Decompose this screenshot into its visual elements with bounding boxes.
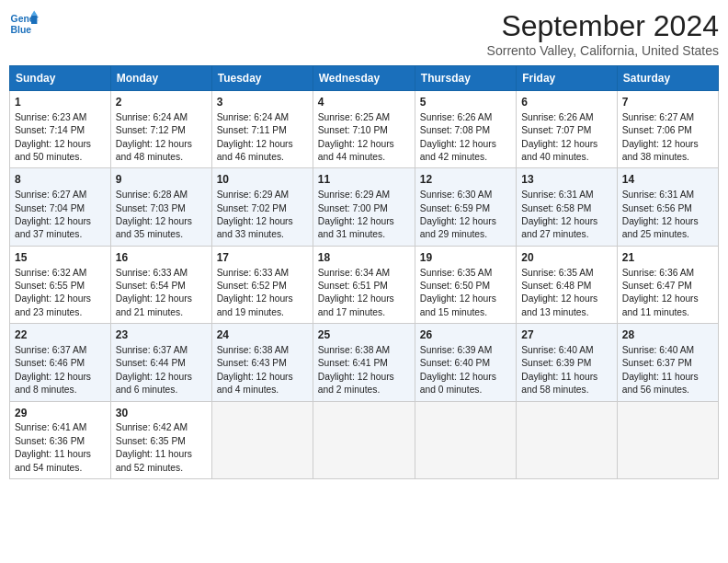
calendar-cell: 21Sunrise: 6:36 AMSunset: 6:47 PMDayligh… — [617, 246, 718, 323]
sunrise-text: Sunrise: 6:23 AM — [15, 112, 86, 122]
day-header-saturday: Saturday — [617, 66, 718, 91]
header-row: SundayMondayTuesdayWednesdayThursdayFrid… — [10, 66, 719, 91]
calendar-cell: 11Sunrise: 6:29 AMSunset: 7:00 PMDayligh… — [313, 168, 415, 246]
daylight-text: Daylight: 12 hours and 21 minutes. — [116, 293, 192, 316]
calendar-cell: 7Sunrise: 6:27 AMSunset: 7:06 PMDaylight… — [617, 91, 718, 168]
calendar-cell: 29Sunrise: 6:41 AMSunset: 6:36 PMDayligh… — [10, 401, 111, 478]
day-header-sunday: Sunday — [10, 66, 111, 91]
week-row-2: 8Sunrise: 6:27 AMSunset: 7:04 PMDaylight… — [10, 168, 719, 246]
day-number: 24 — [217, 327, 308, 343]
calendar-cell: 26Sunrise: 6:39 AMSunset: 6:40 PMDayligh… — [415, 324, 516, 401]
sunrise-text: Sunrise: 6:41 AM — [15, 422, 86, 432]
svg-text:Blue: Blue — [11, 25, 32, 35]
sunrise-text: Sunrise: 6:36 AM — [622, 268, 694, 278]
daylight-text: Daylight: 12 hours and 17 minutes. — [318, 293, 394, 316]
daylight-text: Daylight: 12 hours and 11 minutes. — [622, 293, 699, 316]
sunrise-text: Sunrise: 6:29 AM — [318, 190, 390, 200]
daylight-text: Daylight: 12 hours and 48 minutes. — [116, 139, 192, 162]
calendar-cell: 1Sunrise: 6:23 AMSunset: 7:14 PMDaylight… — [10, 91, 111, 168]
week-row-5: 29Sunrise: 6:41 AMSunset: 6:36 PMDayligh… — [10, 401, 719, 478]
day-number: 11 — [318, 172, 410, 188]
sunset-text: Sunset: 7:10 PM — [318, 125, 388, 135]
calendar-cell: 5Sunrise: 6:26 AMSunset: 7:08 PMDaylight… — [415, 91, 516, 168]
sunrise-text: Sunrise: 6:31 AM — [521, 190, 593, 200]
sunset-text: Sunset: 6:37 PM — [622, 358, 692, 368]
daylight-text: Daylight: 12 hours and 35 minutes. — [116, 216, 192, 239]
sunset-text: Sunset: 6:35 PM — [116, 436, 186, 446]
day-number: 27 — [521, 327, 611, 343]
day-header-tuesday: Tuesday — [211, 66, 313, 91]
sunrise-text: Sunrise: 6:37 AM — [15, 345, 86, 355]
calendar-cell: 8Sunrise: 6:27 AMSunset: 7:04 PMDaylight… — [10, 168, 111, 246]
calendar-cell: 3Sunrise: 6:24 AMSunset: 7:11 PMDaylight… — [211, 91, 313, 168]
daylight-text: Daylight: 12 hours and 40 minutes. — [521, 139, 597, 162]
calendar-cell — [517, 401, 617, 478]
calendar-cell: 14Sunrise: 6:31 AMSunset: 6:56 PMDayligh… — [617, 168, 718, 246]
day-number: 10 — [217, 172, 308, 188]
day-number: 29 — [15, 406, 106, 421]
day-number: 28 — [622, 327, 713, 343]
logo: General Blue — [9, 9, 39, 39]
month-title: September 2024 — [487, 9, 719, 43]
daylight-text: Daylight: 11 hours and 58 minutes. — [521, 372, 597, 395]
svg-marker-3 — [31, 11, 37, 16]
sunrise-text: Sunrise: 6:31 AM — [622, 190, 694, 200]
sunset-text: Sunset: 6:48 PM — [521, 281, 591, 291]
daylight-text: Daylight: 12 hours and 38 minutes. — [622, 139, 699, 162]
calendar-cell: 17Sunrise: 6:33 AMSunset: 6:52 PMDayligh… — [211, 246, 313, 323]
sunset-text: Sunset: 7:08 PM — [420, 125, 490, 135]
sunset-text: Sunset: 7:03 PM — [116, 203, 186, 213]
daylight-text: Daylight: 11 hours and 52 minutes. — [116, 449, 192, 472]
calendar-cell: 16Sunrise: 6:33 AMSunset: 6:54 PMDayligh… — [110, 246, 211, 323]
title-area: September 2024 Sorrento Valley, Californ… — [487, 9, 719, 58]
calendar-cell: 12Sunrise: 6:30 AMSunset: 6:59 PMDayligh… — [415, 168, 516, 246]
sunrise-text: Sunrise: 6:40 AM — [622, 345, 694, 355]
sunrise-text: Sunrise: 6:30 AM — [420, 190, 492, 200]
day-number: 17 — [217, 250, 308, 266]
daylight-text: Daylight: 12 hours and 44 minutes. — [318, 139, 394, 162]
day-number: 8 — [15, 172, 106, 188]
day-number: 3 — [217, 95, 308, 110]
calendar-cell: 4Sunrise: 6:25 AMSunset: 7:10 PMDaylight… — [313, 91, 415, 168]
sunrise-text: Sunrise: 6:24 AM — [217, 112, 289, 122]
daylight-text: Daylight: 12 hours and 15 minutes. — [420, 293, 496, 316]
sunrise-text: Sunrise: 6:29 AM — [217, 190, 289, 200]
sunset-text: Sunset: 7:06 PM — [622, 125, 692, 135]
sunset-text: Sunset: 7:04 PM — [15, 203, 85, 213]
daylight-text: Daylight: 12 hours and 46 minutes. — [217, 139, 293, 162]
day-number: 7 — [622, 95, 713, 110]
sunrise-text: Sunrise: 6:33 AM — [217, 268, 289, 278]
sunrise-text: Sunrise: 6:32 AM — [15, 268, 86, 278]
daylight-text: Daylight: 12 hours and 8 minutes. — [15, 372, 91, 395]
day-header-wednesday: Wednesday — [313, 66, 415, 91]
logo-icon: General Blue — [9, 9, 39, 39]
sunset-text: Sunset: 6:41 PM — [318, 358, 388, 368]
calendar-cell: 6Sunrise: 6:26 AMSunset: 7:07 PMDaylight… — [517, 91, 617, 168]
calendar-cell — [313, 401, 415, 478]
sunset-text: Sunset: 6:52 PM — [217, 281, 287, 291]
sunrise-text: Sunrise: 6:34 AM — [318, 268, 390, 278]
calendar-cell: 22Sunrise: 6:37 AMSunset: 6:46 PMDayligh… — [10, 324, 111, 401]
daylight-text: Daylight: 12 hours and 4 minutes. — [217, 372, 293, 395]
daylight-text: Daylight: 12 hours and 42 minutes. — [420, 139, 496, 162]
daylight-text: Daylight: 12 hours and 23 minutes. — [15, 293, 91, 316]
calendar-cell: 18Sunrise: 6:34 AMSunset: 6:51 PMDayligh… — [313, 246, 415, 323]
calendar-cell — [211, 401, 313, 478]
daylight-text: Daylight: 11 hours and 56 minutes. — [622, 372, 699, 395]
calendar-cell: 30Sunrise: 6:42 AMSunset: 6:35 PMDayligh… — [110, 401, 211, 478]
day-number: 14 — [622, 172, 713, 188]
day-number: 19 — [420, 250, 511, 266]
sunset-text: Sunset: 6:40 PM — [420, 358, 490, 368]
sunset-text: Sunset: 7:00 PM — [318, 203, 388, 213]
calendar-cell: 20Sunrise: 6:35 AMSunset: 6:48 PMDayligh… — [517, 246, 617, 323]
week-row-4: 22Sunrise: 6:37 AMSunset: 6:46 PMDayligh… — [10, 324, 719, 401]
calendar-cell: 9Sunrise: 6:28 AMSunset: 7:03 PMDaylight… — [110, 168, 211, 246]
sunset-text: Sunset: 6:56 PM — [622, 203, 692, 213]
sunrise-text: Sunrise: 6:38 AM — [217, 345, 289, 355]
calendar-cell: 28Sunrise: 6:40 AMSunset: 6:37 PMDayligh… — [617, 324, 718, 401]
sunrise-text: Sunrise: 6:27 AM — [622, 112, 694, 122]
daylight-text: Daylight: 12 hours and 2 minutes. — [318, 372, 394, 395]
day-number: 13 — [521, 172, 611, 188]
calendar-cell: 2Sunrise: 6:24 AMSunset: 7:12 PMDaylight… — [110, 91, 211, 168]
daylight-text: Daylight: 11 hours and 54 minutes. — [15, 449, 91, 472]
